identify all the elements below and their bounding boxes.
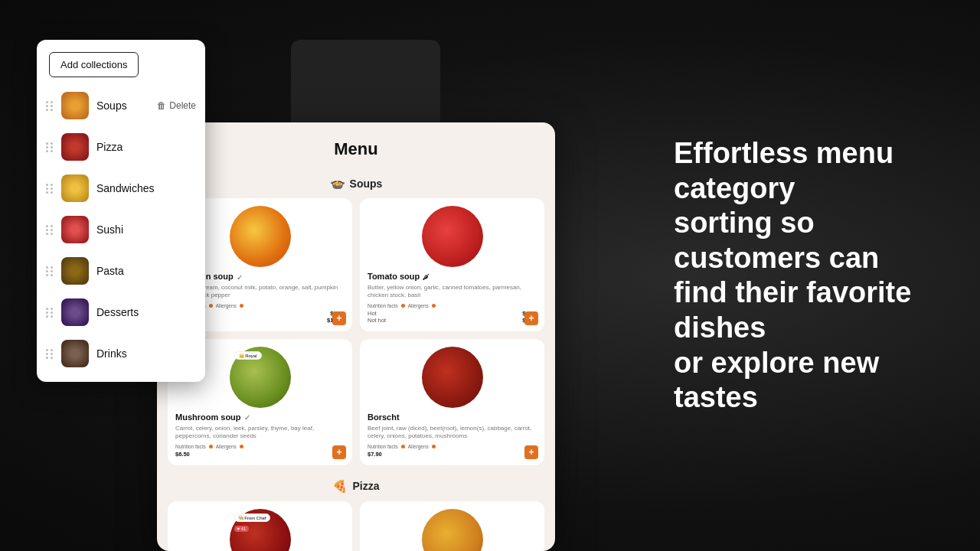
tomato-nutrition-row: Nutrition facts Allergens: [368, 303, 537, 308]
drag-dot: [46, 109, 48, 111]
hot-icon: 🌶: [423, 273, 430, 281]
add-tomato-button[interactable]: +: [524, 311, 538, 325]
drag-dot: [51, 191, 53, 194]
collection-item-pasta[interactable]: Pasta: [37, 250, 205, 292]
allergens-label: Allergens: [408, 303, 429, 308]
drag-dot: [51, 225, 53, 227]
drag-dot: [46, 353, 48, 355]
dot: [209, 304, 213, 308]
add-pumpkin-button[interactable]: +: [332, 311, 346, 325]
drag-dot: [51, 357, 53, 359]
add-mushroom-button[interactable]: +: [332, 445, 346, 459]
menu-card-margarita[interactable]: Margarita ✓ Crushed tomatoes, mozzarella…: [360, 501, 544, 551]
nutrition-label: Nutrition facts: [368, 303, 398, 308]
menu-title: Menu: [157, 122, 555, 168]
allergens-label: Allergens: [216, 303, 237, 308]
add-collections-button[interactable]: Add collections: [49, 52, 139, 77]
drag-dot: [46, 233, 48, 235]
dot: [209, 445, 213, 448]
drag-dot: [51, 105, 53, 107]
drag-handle-sushi[interactable]: [46, 225, 54, 235]
menu-card-pepperoni[interactable]: 👨‍🍳 From Chef ♥ 41 Pepperoni 🌶 Pepperoni…: [168, 501, 352, 551]
drag-dot: [51, 142, 53, 145]
drag-dot: [46, 270, 48, 272]
menu-card-tomato[interactable]: Tomato soup 🌶 Butter, yellow onion, garl…: [360, 198, 544, 331]
menu-section-pizza: 🍕 Pizza: [157, 479, 555, 494]
tomato-soup-desc: Butter, yellow onion, garlic, canned tom…: [368, 284, 537, 300]
allergens-label: Allergens: [216, 444, 237, 449]
collection-name-sushi: Sushi: [96, 223, 196, 236]
soups-grid: Pumpkin soup ✓ Pumpkin cream, coconut mi…: [157, 198, 555, 465]
collections-list: Soups 🗑 Delete Pizza: [37, 77, 205, 382]
drag-dot: [51, 349, 53, 351]
collection-item-desserts[interactable]: Desserts: [37, 292, 205, 333]
collection-thumb-soups: [61, 92, 89, 119]
collection-item-drinks[interactable]: Drinks: [37, 333, 205, 374]
drag-dot: [51, 266, 53, 269]
drag-dot: [51, 146, 53, 148]
drag-handle-sandwiches[interactable]: [46, 184, 54, 194]
collection-name-pizza: Pizza: [96, 141, 196, 153]
drag-dot: [51, 308, 53, 310]
drag-dot: [46, 225, 48, 227]
allergens-label: Allergens: [408, 444, 429, 449]
drag-handle-desserts[interactable]: [46, 308, 54, 318]
borscht-image: [422, 347, 483, 408]
collection-name-desserts: Desserts: [96, 306, 196, 318]
drag-dot: [46, 349, 48, 351]
menu-panel: Menu 🍲 Soups Pumpkin soup ✓ Pumpkin crea…: [157, 122, 555, 551]
tomato-price-not-hot: Not hot $7.90: [368, 317, 537, 324]
borscht-desc: Beef joint, raw (diced), beet(root), lem…: [368, 425, 537, 441]
drag-handle-drinks[interactable]: [46, 349, 54, 359]
drag-dot: [51, 270, 53, 272]
drag-dot: [46, 229, 48, 231]
menu-card-borscht[interactable]: Borscht Beef joint, raw (diced), beet(ro…: [360, 339, 544, 465]
drag-handle-soups[interactable]: [46, 101, 54, 111]
borscht-price: $7.90: [368, 451, 537, 458]
royal-badge: 👑 Royal: [234, 351, 262, 360]
borscht-title: Borscht: [368, 412, 400, 422]
add-borscht-button[interactable]: +: [524, 445, 538, 459]
drag-dot: [46, 315, 48, 318]
dot: [401, 445, 405, 448]
mushroom-price-val: $6.50: [175, 451, 190, 458]
dot: [240, 304, 243, 308]
promo-line2: sorting so customers can: [674, 207, 879, 274]
mushroom-nutrition-row: Nutrition facts Allergens: [175, 444, 345, 449]
collection-item-soups[interactable]: Soups 🗑 Delete: [37, 85, 205, 126]
trash-icon: 🗑: [157, 100, 166, 111]
borscht-price-val: $7.90: [368, 451, 382, 458]
drag-dot: [46, 101, 48, 103]
veg-icon: ✓: [244, 413, 250, 422]
borscht-nutrition-row: Nutrition facts Allergens: [368, 444, 537, 449]
dot: [432, 304, 436, 308]
drag-handle-pizza[interactable]: [46, 142, 54, 152]
drag-dot: [51, 101, 53, 103]
soups-label: Soups: [350, 178, 383, 190]
pumpkin-soup-image: [230, 206, 291, 267]
drag-dot: [51, 187, 53, 190]
drag-dot: [46, 105, 48, 107]
mushroom-soup-title: Mushroom soup: [175, 412, 241, 422]
collection-item-pizza[interactable]: Pizza: [37, 126, 205, 168]
promo-line1: Effortless menu category: [674, 137, 893, 204]
nutrition-label: Nutrition facts: [368, 444, 398, 449]
mushroom-soup-desc: Carrot, celery, onion, leek, parsley, th…: [175, 425, 345, 441]
pizza-label: Pizza: [352, 480, 379, 492]
tomato-soup-title: Tomato soup: [368, 272, 420, 281]
drag-dot: [51, 311, 53, 314]
delete-label: Delete: [169, 100, 196, 111]
drag-dot: [46, 146, 48, 148]
collection-thumb-pizza: [61, 133, 89, 161]
promo-text-block: Effortless menu category sorting so cust…: [674, 136, 934, 416]
drag-dot: [46, 308, 48, 310]
drag-dot: [51, 315, 53, 318]
collection-item-sandwiches[interactable]: Sandwiches: [37, 168, 205, 209]
drag-handle-pasta[interactable]: [46, 266, 54, 276]
heart-badge: ♥ 41: [234, 526, 250, 532]
collections-panel: Add collections Soups 🗑 Delete: [37, 40, 205, 382]
collection-item-sushi[interactable]: Sushi: [37, 209, 205, 250]
drag-dot: [46, 150, 48, 152]
collection-thumb-desserts: [61, 298, 89, 326]
delete-button-soups[interactable]: 🗑 Delete: [157, 100, 196, 111]
